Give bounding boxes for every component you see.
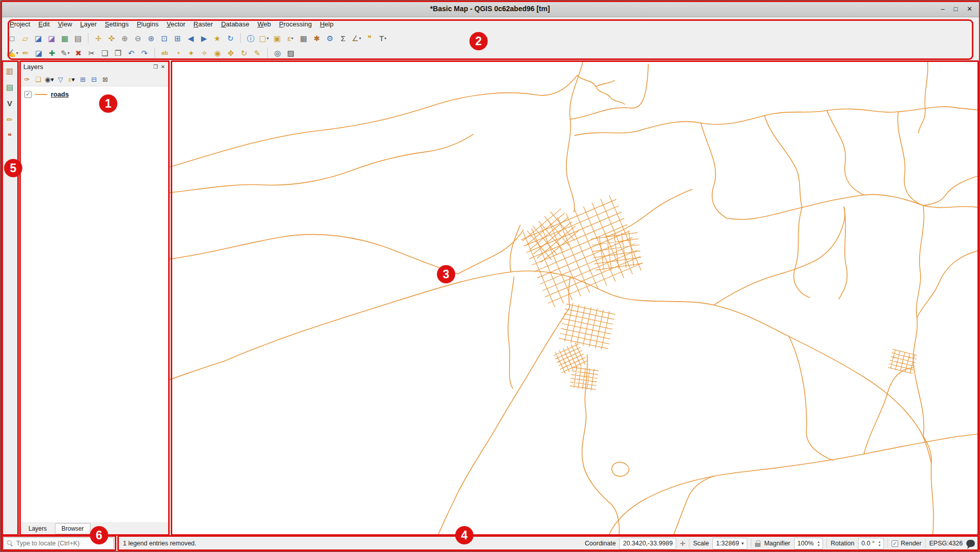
btn-new-shapefile-layer[interactable]: ✏ (3, 113, 17, 126)
btn-current-edits[interactable]: ✍▾ (6, 47, 19, 59)
btn-zoom-out[interactable]: ⊖ (132, 32, 144, 45)
btn-zoom-last[interactable]: ◀ (184, 32, 197, 45)
layer-name[interactable]: roads (51, 90, 69, 98)
log-messages-icon[interactable] (966, 540, 975, 547)
menu-item-help[interactable]: Help (316, 19, 338, 29)
btn-filter-by-expression[interactable]: ε▾ (67, 74, 77, 85)
btn-layer-labeling-options[interactable]: ab (159, 47, 171, 59)
layer-visibility-checkbox[interactable]: ✓ (24, 91, 31, 98)
btn-statistical-summary[interactable]: Σ (337, 32, 350, 45)
spin-up-icon[interactable]: ▴ (878, 540, 880, 543)
btn-annotation-layer[interactable]: ❝ (3, 129, 17, 142)
menu-item-edit[interactable]: Edit (34, 19, 53, 29)
menu-item-plugins[interactable]: Plugins (133, 19, 163, 29)
btn-show-hide-labels[interactable]: ◉ (211, 47, 224, 59)
spinner-arrows[interactable]: ▴▾ (878, 540, 880, 547)
btn-paste-features[interactable]: ❐ (112, 47, 124, 59)
btn-new-bookmark[interactable]: ★ (211, 32, 224, 45)
btn-add-feature[interactable]: ✚ (46, 47, 58, 59)
tab-layers[interactable]: Layers (22, 524, 53, 534)
btn-layer-diagram-options[interactable]: ◔ (172, 47, 184, 59)
btn-copy-features[interactable]: ❏ (99, 47, 111, 59)
btn-toggle-editing[interactable]: ✏ (19, 47, 32, 59)
btn-delete-selected[interactable]: ✖ (72, 47, 85, 59)
btn-save-project-as[interactable]: ◪ (45, 32, 58, 45)
btn-open-attribute-table[interactable]: ▦ (297, 32, 310, 45)
menu-item-settings[interactable]: Settings (101, 19, 133, 29)
btn-vertex-tool[interactable]: ✎▾ (59, 47, 72, 59)
locator-bar[interactable] (3, 537, 114, 549)
render-checkbox[interactable]: ✓Render (892, 540, 922, 547)
epsg-crs-button[interactable]: EPSG:4326 (929, 540, 963, 547)
spinner-arrows[interactable]: ▴▾ (818, 540, 820, 547)
btn-remove-layer[interactable]: ⊠ (100, 74, 110, 85)
btn-measure-line[interactable]: ∠▾ (350, 32, 363, 45)
btn-add-vector-layer[interactable]: ▤ (3, 81, 17, 93)
btn-change-label[interactable]: ✎ (251, 47, 264, 59)
btn-refresh-map[interactable]: ↻ (224, 32, 237, 45)
btn-metasearch[interactable]: ◎ (271, 47, 284, 59)
btn-zoom-next[interactable]: ▶ (198, 32, 210, 45)
close-panel-icon[interactable]: ✕ (161, 64, 165, 70)
rotation-spinbox[interactable]: 0.0 °▴▾ (858, 538, 884, 549)
btn-save-layer-edits[interactable]: ◪ (33, 47, 45, 59)
maximize-button[interactable]: □ (954, 6, 958, 12)
btn-map-tips[interactable]: ❞ (363, 32, 376, 45)
titlebar[interactable]: *Basic Map - QGIS 0c62abed96 [tm] – □ ✕ (1, 1, 979, 17)
minimize-button[interactable]: – (941, 6, 944, 12)
magnifier-spinbox[interactable]: 100%▴▾ (794, 538, 824, 549)
btn-rotate-label[interactable]: ↻ (238, 47, 250, 59)
btn-pan-map[interactable]: ✛ (92, 32, 105, 45)
btn-open-project[interactable]: ▱ (19, 32, 31, 45)
map-canvas[interactable] (170, 60, 979, 535)
spin-down-icon[interactable]: ▾ (878, 543, 880, 547)
btn-add-group[interactable]: ❏ (33, 74, 43, 85)
btn-highlight-pinned-labels[interactable]: ✧ (198, 47, 211, 59)
btn-open-layer-styling[interactable]: ✑ (22, 74, 32, 85)
btn-processing-toolbox[interactable]: ⚙ (324, 32, 336, 45)
scale-combo[interactable]: 1:32869▾ (712, 538, 747, 549)
locator-input[interactable] (16, 540, 103, 547)
btn-collapse-all[interactable]: ⊟ (89, 74, 99, 85)
btn-layer-styling-panel[interactable]: ▨ (284, 47, 297, 59)
menu-item-layer[interactable]: Layer (76, 19, 101, 29)
menu-item-project[interactable]: Project (6, 19, 34, 29)
btn-pan-map-to-selection[interactable]: ✜ (105, 32, 118, 45)
btn-pin-unpin-labels[interactable]: ✦ (185, 47, 198, 59)
btn-select-features[interactable]: ▢▾ (258, 32, 270, 45)
btn-open-data-source-manager[interactable]: ▥ (3, 64, 17, 77)
btn-zoom-to-layer[interactable]: ⊞ (171, 32, 184, 45)
menu-item-processing[interactable]: Processing (275, 19, 315, 29)
lock-scale-icon[interactable] (755, 543, 761, 547)
close-button[interactable]: ✕ (967, 6, 972, 12)
btn-new-virtual-layer[interactable]: V (3, 97, 17, 110)
btn-new-project[interactable]: □ (6, 32, 18, 45)
btn-expand-all[interactable]: ⊞ (78, 74, 88, 85)
btn-new-print-layout[interactable]: ▦ (58, 32, 71, 45)
btn-save-project[interactable]: ◪ (32, 32, 45, 45)
menu-item-web[interactable]: Web (254, 19, 275, 29)
menu-item-vector[interactable]: Vector (163, 19, 189, 29)
btn-select-by-expression[interactable]: ε▾ (284, 32, 297, 45)
layer-row-roads[interactable]: ✓ roads (22, 89, 166, 99)
btn-deselect-features[interactable]: ▣ (271, 32, 283, 45)
btn-manage-map-themes[interactable]: ◉▾ (44, 74, 54, 85)
btn-zoom-in[interactable]: ⊕ (118, 32, 131, 45)
btn-move-label[interactable]: ✥ (225, 47, 237, 59)
btn-zoom-full[interactable]: ⊛ (145, 32, 157, 45)
spin-up-icon[interactable]: ▴ (818, 540, 820, 543)
menu-item-raster[interactable]: Raster (189, 19, 217, 29)
btn-filter-legend[interactable]: ▽ (55, 74, 66, 85)
toggle-extents-icon[interactable]: ✛ (680, 540, 685, 547)
float-panel-icon[interactable]: ❐ (153, 64, 158, 70)
tab-browser[interactable]: Browser (55, 523, 90, 534)
coordinate-input[interactable]: 20.3420,-33.9989 (619, 538, 676, 549)
btn-text-annotation[interactable]: T▾ (376, 32, 389, 45)
btn-identify-features[interactable]: ⓘ (244, 32, 257, 45)
btn-field-calculator[interactable]: ✱ (310, 32, 323, 45)
menu-item-view[interactable]: View (54, 19, 76, 29)
btn-redo[interactable]: ↷ (138, 47, 151, 59)
menu-item-database[interactable]: Database (217, 19, 254, 29)
btn-cut-features[interactable]: ✂ (85, 47, 98, 59)
btn-zoom-to-selection[interactable]: ⊡ (158, 32, 171, 45)
